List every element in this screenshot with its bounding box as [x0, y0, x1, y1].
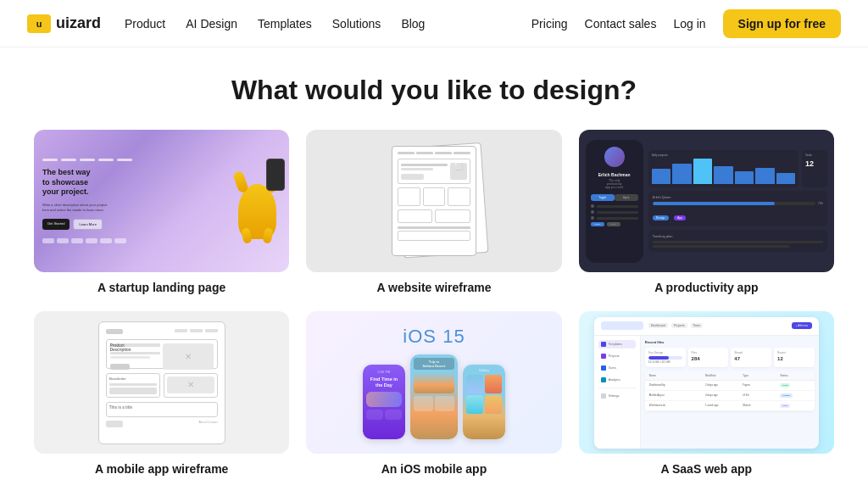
card-wireframe[interactable]: ⬜: [306, 130, 561, 294]
nav-item-solutions[interactable]: Solutions: [332, 17, 381, 31]
nav-item-ai-design[interactable]: AI Design: [186, 17, 237, 31]
nav-item-templates[interactable]: Templates: [258, 17, 312, 31]
card-startup-image: The best wayto showcaseyour project. Wri…: [34, 130, 289, 272]
card-mobile-wireframe[interactable]: ProductDescription ✕ Newsletter: [34, 311, 289, 476]
card-startup-label: A startup landing page: [97, 281, 225, 294]
nav-item-blog[interactable]: Blog: [401, 17, 425, 31]
card-saas-label: A SaaS web app: [661, 462, 753, 476]
nav-contact-sales[interactable]: Contact sales: [585, 17, 657, 31]
signup-button[interactable]: Sign up for free: [723, 9, 841, 38]
card-ios[interactable]: iOS 15 5:00 PM Find Time in the Day: [306, 311, 561, 476]
card-wireframe-image: ⬜: [306, 130, 561, 272]
card-mobile-wireframe-image: ProductDescription ✕ Newsletter: [34, 311, 289, 454]
cards-grid: The best wayto showcaseyour project. Wri…: [34, 130, 834, 476]
card-productivity-label: A productivity app: [654, 281, 758, 294]
card-wireframe-label: A website wireframe: [377, 281, 492, 294]
logo-text: uizard: [56, 14, 101, 32]
card-productivity[interactable]: Erlich Bachman The onlyproductivityapp y…: [579, 130, 834, 294]
logo[interactable]: u uizard: [27, 14, 101, 33]
card-ios-image: iOS 15 5:00 PM Find Time in the Day: [306, 311, 561, 454]
card-saas[interactable]: Dashboard Projects Team + Add new: [579, 311, 834, 476]
main-content: What would you like to design?: [0, 47, 868, 476]
nav-item-product[interactable]: Product: [125, 17, 165, 31]
ios-phone-3: Gallery: [463, 365, 505, 439]
card-ios-label: An iOS mobile app: [381, 462, 487, 476]
card-mobile-wireframe-label: A mobile app wireframe: [95, 462, 228, 476]
nav-left: u uizard Product AI Design Templates Sol…: [27, 14, 425, 33]
nav-login[interactable]: Log in: [673, 17, 705, 31]
ios-phone-1: 5:00 PM Find Time in the Day: [363, 365, 405, 439]
card-productivity-image: Erlich Bachman The onlyproductivityapp y…: [579, 130, 834, 272]
card-saas-image: Dashboard Projects Team + Add new: [579, 311, 834, 454]
ios-phone-2: Trip toSahara Desert: [410, 354, 458, 439]
nav-pricing[interactable]: Pricing: [531, 17, 568, 31]
nav-right: Pricing Contact sales Log in Sign up for…: [531, 9, 841, 38]
page-title: What would you like to design?: [34, 75, 834, 106]
card-startup[interactable]: The best wayto showcaseyour project. Wri…: [34, 130, 289, 294]
navbar: u uizard Product AI Design Templates Sol…: [0, 0, 868, 47]
ios-title: iOS 15: [403, 326, 465, 348]
nav-links: Product AI Design Templates Solutions Bl…: [125, 16, 425, 31]
logo-icon: u: [27, 14, 51, 33]
